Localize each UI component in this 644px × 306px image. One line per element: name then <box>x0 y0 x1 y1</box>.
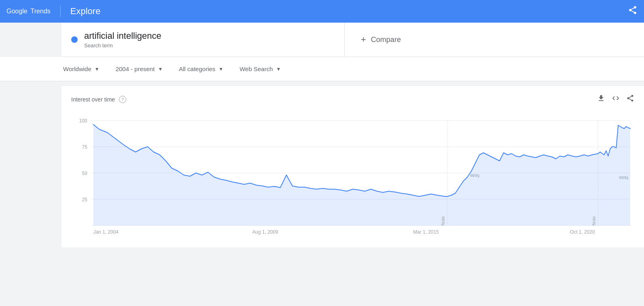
svg-text:100: 100 <box>79 118 87 124</box>
svg-text:Oct 1, 2020: Oct 1, 2020 <box>570 229 595 235</box>
compare-area[interactable]: + Compare <box>345 23 644 57</box>
search-term-dot <box>71 36 78 43</box>
search-section: artificial intelligence Search term + Co… <box>61 23 644 57</box>
category-filter-arrow: ▼ <box>218 66 223 72</box>
filters-bar: Worldwide ▼ 2004 - present ▼ All categor… <box>0 57 644 81</box>
chart-title-area: Interest over time ? <box>71 96 126 103</box>
search-term-area: artificial intelligence Search term <box>61 23 345 57</box>
share-icon[interactable] <box>628 5 638 17</box>
help-icon[interactable]: ? <box>119 96 126 103</box>
google-trends-logo: Google Trends <box>6 8 51 15</box>
region-filter-arrow: ▼ <box>95 66 100 72</box>
svg-text:75: 75 <box>82 144 88 150</box>
time-filter[interactable]: 2004 - present ▼ <box>114 62 165 76</box>
region-filter-label: Worldwide <box>63 65 91 72</box>
svg-text:25: 25 <box>82 197 88 203</box>
chart-actions <box>597 94 634 104</box>
svg-text:Note: Note <box>441 216 445 226</box>
header-left: Google Trends Explore <box>6 6 100 17</box>
svg-text:Aug 1, 2009: Aug 1, 2009 <box>252 229 278 235</box>
embed-icon[interactable] <box>612 94 620 104</box>
time-filter-arrow: ▼ <box>158 66 163 72</box>
search-type-filter-arrow: ▼ <box>276 66 281 72</box>
page-title: Explore <box>70 6 101 17</box>
header-divider <box>60 6 61 17</box>
region-filter[interactable]: Worldwide ▼ <box>61 62 101 76</box>
trends-text: Trends <box>31 8 51 15</box>
chart-section: Interest over time ? <box>61 86 644 247</box>
svg-text:50: 50 <box>82 171 88 176</box>
compare-plus-icon: + <box>361 34 366 45</box>
search-type-filter[interactable]: Web Search ▼ <box>238 62 282 76</box>
chart-share-icon[interactable] <box>626 94 634 104</box>
google-text: Google <box>6 8 28 15</box>
chart-title: Interest over time <box>71 96 115 103</box>
chart-header: Interest over time ? <box>61 86 644 108</box>
time-filter-label: 2004 - present <box>116 65 155 72</box>
app-header: Google Trends Explore <box>0 0 644 23</box>
compare-label: Compare <box>371 36 401 44</box>
category-filter-label: All categories <box>179 65 215 72</box>
search-term-info: artificial intelligence Search term <box>84 31 161 49</box>
search-type-filter-label: Web Search <box>239 65 273 72</box>
chart-container: 100 75 50 25 Note Note Jan 1, 2004 Aug 1… <box>61 108 644 247</box>
search-term-value: artificial intelligence <box>84 31 161 41</box>
category-filter[interactable]: All categories ▼ <box>177 62 225 76</box>
search-term-type: Search term <box>84 42 161 49</box>
svg-text:Mar 1, 2015: Mar 1, 2015 <box>413 229 439 235</box>
svg-text:Note: Note <box>591 216 596 226</box>
trend-chart: 100 75 50 25 Note Note Jan 1, 2004 Aug 1… <box>71 108 634 238</box>
svg-text:Jan 1, 2004: Jan 1, 2004 <box>93 229 119 235</box>
download-icon[interactable] <box>597 94 605 104</box>
